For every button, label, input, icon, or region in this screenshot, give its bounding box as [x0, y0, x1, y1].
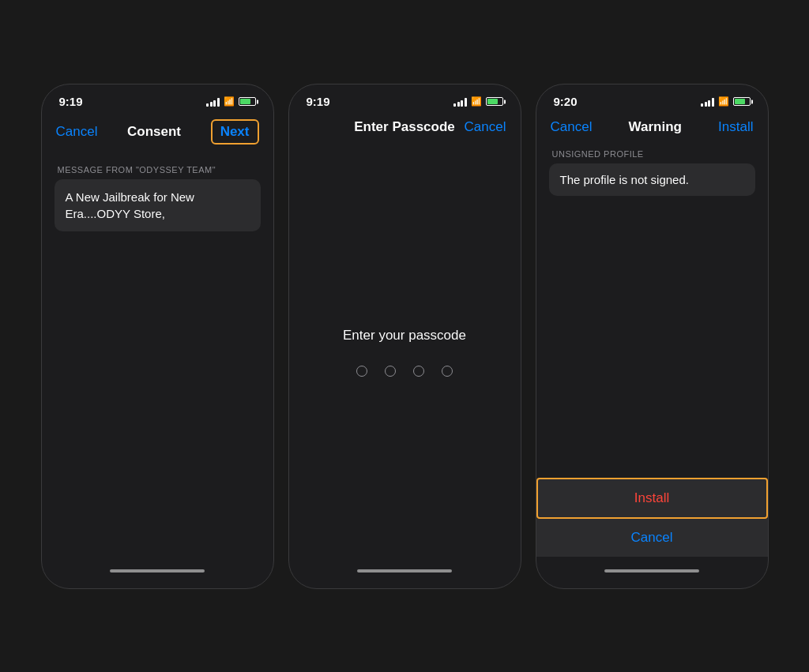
next-button-1[interactable]: Next: [211, 119, 259, 145]
nav-bar-2: Enter Passcode Cancel: [289, 115, 521, 141]
screenshots-container: 9:19 📶 Cancel Consent Next MESSAGE FROM …: [25, 52, 785, 621]
signal-icon-2: [453, 97, 467, 107]
nav-title-1: Consent: [127, 124, 181, 140]
install-button[interactable]: Install: [536, 478, 768, 519]
home-indicator-3: [604, 569, 699, 573]
bottom-area-3: [536, 563, 768, 588]
passcode-content: Enter your passcode: [289, 141, 521, 563]
cancel-button-2[interactable]: Cancel: [459, 119, 506, 135]
dot-2: [385, 366, 396, 377]
passcode-area: Enter your passcode: [343, 141, 466, 563]
unsigned-box: The profile is not signed.: [549, 163, 755, 196]
dot-4: [442, 366, 453, 377]
unsigned-section: UNSIGNED PROFILE The profile is not sign…: [549, 149, 755, 196]
time-1: 9:19: [59, 95, 83, 108]
content-1: MESSAGE FROM "ODYSSEY TEAM" A New Jailbr…: [42, 151, 273, 563]
status-bar-1: 9:19 📶: [42, 84, 273, 115]
status-bar-2: 9:19 📶: [289, 84, 521, 115]
time-3: 9:20: [554, 95, 578, 108]
status-icons-3: 📶: [701, 96, 751, 107]
nav-title-2: Enter Passcode: [354, 119, 455, 135]
passcode-label: Enter your passcode: [343, 328, 466, 344]
phone-screen-3: 9:20 📶 Cancel Warning Install UNS: [536, 84, 769, 589]
unsigned-label: UNSIGNED PROFILE: [549, 149, 755, 159]
wifi-icon: 📶: [224, 96, 235, 107]
passcode-dots: [356, 366, 453, 377]
screen3-bottom: Install Cancel: [536, 478, 768, 588]
status-icons-2: 📶: [453, 96, 503, 107]
cancel-bottom-button[interactable]: Cancel: [536, 519, 768, 557]
status-icons-1: 📶: [206, 96, 256, 107]
dot-1: [356, 366, 367, 377]
cancel-button-1[interactable]: Cancel: [56, 124, 98, 140]
message-box-1: A New Jailbreak for New Era....ODYY Stor…: [55, 179, 261, 231]
phone-screen-1: 9:19 📶 Cancel Consent Next MESSAGE FROM …: [41, 84, 274, 589]
wifi-icon-2: 📶: [471, 96, 482, 107]
section-label-1: MESSAGE FROM "ODYSSEY TEAM": [55, 165, 261, 175]
phone-screen-2: 9:19 📶 Enter Passcode Cancel Ent: [288, 84, 521, 589]
time-2: 9:19: [307, 95, 330, 108]
nav-bar-3: Cancel Warning Install: [536, 115, 768, 141]
content-3: UNSIGNED PROFILE The profile is not sign…: [536, 141, 768, 478]
install-nav-button[interactable]: Install: [718, 119, 753, 135]
status-bar-3: 9:20 📶: [536, 84, 768, 115]
signal-icon: [206, 97, 220, 107]
bottom-area-2: [289, 563, 521, 588]
bottom-area-1: [42, 563, 273, 588]
wifi-icon-3: 📶: [718, 96, 729, 107]
battery-icon-3: [733, 97, 751, 106]
home-indicator-1: [110, 569, 205, 573]
nav-title-3: Warning: [629, 119, 682, 135]
dot-3: [413, 366, 424, 377]
home-indicator-2: [357, 569, 452, 573]
nav-bar-1: Cancel Consent Next: [42, 115, 273, 151]
cancel-button-3[interactable]: Cancel: [551, 119, 593, 135]
battery-icon: [239, 97, 256, 106]
action-buttons: Install Cancel: [536, 478, 768, 563]
battery-icon-2: [486, 97, 503, 106]
signal-icon-3: [701, 97, 714, 107]
